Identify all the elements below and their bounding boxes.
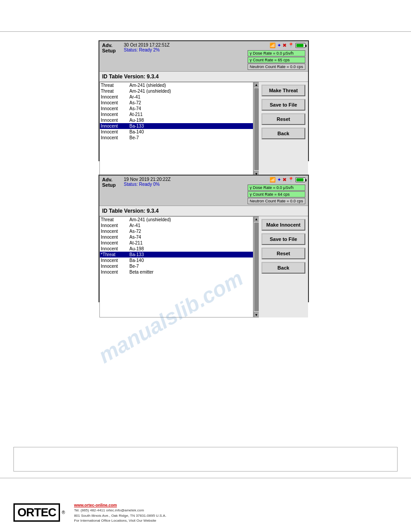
- screen1-adv: Adv.: [102, 43, 116, 48]
- screen1-id-table: Threat Am-241 (shielded) Threat Am-241 (…: [99, 82, 253, 176]
- screen2-setup: Setup: [102, 182, 116, 188]
- screen2-status: Status: Ready 0%: [124, 182, 171, 187]
- footer-address1: Tel. (865) 482-4411 ortec.info@ametek.co…: [74, 508, 166, 513]
- make-threat-button[interactable]: Make Threat: [261, 85, 305, 96]
- footer: ORTEC ® www.ortec-online.com Tel. (865) …: [13, 502, 398, 523]
- ortec-logo: ORTEC: [13, 503, 60, 522]
- screen1-header: Adv. Setup 30 Oct 2019 17:22:51Z Status:…: [99, 41, 308, 72]
- neutron-count-rate: Neutron Count Rate = 0.0 cps: [248, 64, 305, 70]
- screen1-table-inner: Threat Am-241 (shielded) Threat Am-241 (…: [100, 82, 253, 141]
- scroll-down-btn2[interactable]: ▼: [254, 312, 259, 317]
- save-to-file-button2[interactable]: Save to File: [261, 233, 305, 245]
- scroll-thumb2: [254, 223, 259, 311]
- table-row[interactable]: Innocent Ba-140: [100, 129, 253, 135]
- scroll-thumb: [254, 88, 259, 170]
- table-row[interactable]: Innocent Be-7: [100, 135, 253, 141]
- screen1-date: 30 Oct 2019 17:22:51Z: [124, 43, 170, 47]
- table-row[interactable]: Innocent Be-7: [100, 263, 253, 269]
- footer-address3: For International Office Locations, Visi…: [74, 518, 166, 523]
- table-row[interactable]: Innocent Au-198: [100, 117, 253, 123]
- screen2-gamma-count-rate: γ Count Rate = 64 cps: [248, 191, 305, 197]
- screen2-content: Threat Am-241 (unshielded) Innocent Ar-4…: [99, 216, 259, 317]
- top-rule: [0, 31, 411, 32]
- screen1-body: Threat Am-241 (shielded) Threat Am-241 (…: [99, 82, 308, 176]
- screen1-icons: 📶 ✦ ✖ 📍: [270, 43, 305, 48]
- table-row[interactable]: Innocent As-74: [100, 234, 253, 240]
- table-row[interactable]: Innocent Ar-41: [100, 94, 253, 100]
- footer-logo-area: ORTEC ®: [13, 503, 65, 522]
- screen2-gamma-dose-rate: γ Dose Rate = 0.0 μSv/h: [248, 184, 305, 191]
- screen1-status: Status: Ready 2%: [124, 47, 170, 52]
- screen2-body: Threat Am-241 (unshielded) Innocent Ar-4…: [99, 216, 308, 317]
- gamma-count-rate: γ Count Rate = 65 cps: [248, 57, 305, 63]
- table-row[interactable]: Innocent As-74: [100, 106, 253, 112]
- scroll-up-btn2[interactable]: ▲: [254, 216, 259, 222]
- bottom-rule: [0, 478, 411, 478]
- screen2-table-inner: Threat Am-241 (unshielded) Innocent Ar-4…: [100, 217, 253, 275]
- screen1: Adv. Setup 30 Oct 2019 17:22:51Z Status:…: [98, 40, 309, 161]
- screen1-scrollbar[interactable]: ▲ ▼: [253, 82, 259, 176]
- screen2-date: 19 Nov 2019 21:20:22Z: [124, 177, 171, 182]
- footer-contact: www.ortec-online.com Tel. (865) 482-4411…: [74, 502, 166, 523]
- table-row[interactable]: Threat Am-241 (shielded): [100, 82, 253, 88]
- table-row-selected[interactable]: Innocent Ba-133: [100, 123, 253, 129]
- screen2-version: ID Table Version: 9.3.4: [99, 206, 308, 216]
- bottom-content-box: [13, 447, 398, 472]
- registered-symbol: ®: [62, 510, 65, 515]
- table-row[interactable]: Threat Am-241 (unshielded): [100, 217, 253, 223]
- save-to-file-button[interactable]: Save to File: [261, 99, 305, 111]
- reset-button2[interactable]: Reset: [261, 248, 305, 259]
- screen2-scrollbar[interactable]: ▲ ▼: [253, 216, 259, 317]
- table-row-selected[interactable]: *Threat Ba-133: [100, 252, 253, 257]
- reset-button[interactable]: Reset: [261, 113, 305, 125]
- bluetooth-icon2: ✦: [277, 177, 281, 183]
- screen2-header: Adv. Setup 19 Nov 2019 21:20:22Z Status:…: [99, 176, 308, 206]
- screen2: Adv. Setup 19 Nov 2019 21:20:22Z Status:…: [98, 175, 309, 302]
- screen2-header-left: Adv. Setup 19 Nov 2019 21:20:22Z Status:…: [102, 177, 171, 188]
- screen1-version: ID Table Version: 9.3.4: [99, 72, 308, 82]
- screen1-buttons: Make Threat Save to File Reset Back: [259, 82, 308, 176]
- battery-icon: [295, 43, 305, 48]
- location-icon2: 📍: [288, 177, 294, 183]
- footer-url: www.ortec-online.com: [74, 502, 166, 508]
- screen2-id-table: Threat Am-241 (unshielded) Innocent Ar-4…: [99, 216, 253, 317]
- battery-icon2: [295, 177, 305, 182]
- make-innocent-button[interactable]: Make Innocent: [261, 219, 305, 231]
- table-row[interactable]: Innocent Beta emitter: [100, 269, 253, 275]
- table-row[interactable]: Innocent As-72: [100, 100, 253, 106]
- mute-icon2: ✖: [283, 177, 287, 183]
- screen1-header-left: Adv. Setup 30 Oct 2019 17:22:51Z Status:…: [102, 43, 170, 53]
- screen2-icons: 📶 ✦ ✖ 📍: [270, 177, 305, 183]
- bluetooth-icon: ✦: [277, 43, 281, 48]
- back-button2[interactable]: Back: [261, 262, 305, 274]
- screen2-rates: γ Dose Rate = 0.0 μSv/h γ Count Rate = 6…: [248, 184, 305, 204]
- table-row[interactable]: Innocent Ar-41: [100, 223, 253, 228]
- scroll-up-btn[interactable]: ▲: [254, 82, 259, 87]
- table-row[interactable]: Innocent At-211: [100, 112, 253, 117]
- table-row[interactable]: Threat Am-241 (unshielded): [100, 88, 253, 94]
- screen2-adv: Adv.: [102, 177, 116, 182]
- footer-address2: 801 South Illinois Ave., Oak Ridge, TN 3…: [74, 513, 166, 518]
- mute-icon: ✖: [283, 43, 287, 48]
- table-row[interactable]: Innocent Au-198: [100, 246, 253, 252]
- table-row[interactable]: Innocent At-211: [100, 240, 253, 246]
- back-button[interactable]: Back: [261, 128, 305, 139]
- gamma-dose-rate: γ Dose Rate = 0.0 μSv/h: [248, 50, 305, 56]
- table-row[interactable]: Innocent Ba-140: [100, 257, 253, 263]
- wifi-icon2: 📶: [270, 177, 276, 183]
- screen1-setup: Setup: [102, 48, 116, 53]
- screen1-content: Threat Am-241 (shielded) Threat Am-241 (…: [99, 82, 259, 176]
- wifi-icon: 📶: [270, 43, 276, 48]
- screen1-rates: γ Dose Rate = 0.0 μSv/h γ Count Rate = 6…: [248, 50, 305, 70]
- table-row[interactable]: Innocent As-72: [100, 228, 253, 234]
- location-icon: 📍: [288, 43, 294, 48]
- screen2-buttons: Make Innocent Save to File Reset Back: [259, 216, 308, 317]
- screen2-neutron-count-rate: Neutron Count Rate = 0.0 cps: [248, 198, 305, 204]
